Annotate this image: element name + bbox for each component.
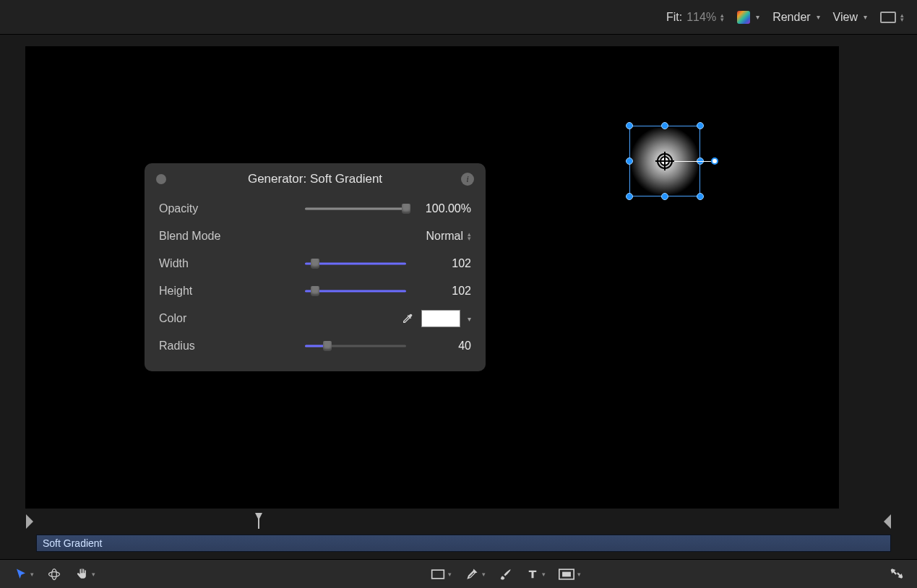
aspect-box-icon <box>880 12 896 23</box>
select-tool[interactable]: ▾ <box>14 568 34 581</box>
chevron-down-icon: ▾ <box>482 571 486 578</box>
info-icon[interactable]: i <box>461 173 474 186</box>
chevron-down-icon: ▾ <box>864 13 867 21</box>
resize-handle[interactable] <box>697 193 704 200</box>
rainbow-swatch-icon <box>737 11 750 24</box>
radius-value[interactable]: 40 <box>413 340 471 353</box>
playhead-icon[interactable] <box>255 513 262 529</box>
clip-bar[interactable]: Soft Gradient <box>36 535 891 552</box>
hand-icon <box>74 567 89 581</box>
chevron-down-icon: ▾ <box>756 13 759 21</box>
3d-orbit-icon <box>47 567 61 581</box>
mini-timeline[interactable] <box>26 514 891 533</box>
hud-lock-dot-icon[interactable] <box>156 174 166 184</box>
3d-transform-tool[interactable] <box>47 567 61 581</box>
width-row: Width 102 <box>145 250 486 277</box>
rectangle-tool[interactable]: ▾ <box>431 568 452 580</box>
mask-tool[interactable]: ▾ <box>559 568 581 580</box>
aspect-menu[interactable]: ▴▾ <box>880 12 904 23</box>
text-tool[interactable]: ▾ <box>526 568 546 581</box>
color-well[interactable] <box>421 310 460 327</box>
eyedropper-icon[interactable] <box>401 312 414 325</box>
render-label: Render <box>772 11 810 24</box>
chevron-down-icon: ▾ <box>542 571 546 578</box>
blend-mode-label: Blend Mode <box>159 230 267 243</box>
view-label: View <box>833 11 858 24</box>
height-slider[interactable] <box>305 285 406 297</box>
render-menu[interactable]: Render ▾ <box>772 11 819 24</box>
chevron-down-icon: ▾ <box>577 571 581 578</box>
height-label: Height <box>159 285 267 298</box>
height-value[interactable]: 102 <box>413 285 471 298</box>
height-row: Height 102 <box>145 277 486 305</box>
brush-icon <box>499 567 513 581</box>
chevron-down-icon: ▾ <box>30 571 34 578</box>
svg-rect-4 <box>562 571 571 576</box>
svg-point-0 <box>49 571 60 576</box>
selected-object[interactable] <box>629 126 700 196</box>
pen-nib-icon <box>465 567 479 581</box>
opacity-slider[interactable] <box>305 203 406 215</box>
resize-handle[interactable] <box>661 193 668 200</box>
resize-handle[interactable] <box>661 122 668 129</box>
resize-handle[interactable] <box>626 157 633 165</box>
zoom-control[interactable]: Fit: 114% ▴▾ <box>666 11 724 24</box>
chevron-down-icon: ▾ <box>448 571 452 578</box>
svg-rect-2 <box>431 570 444 579</box>
chevron-down-icon[interactable]: ▾ <box>468 315 471 323</box>
rectangle-mask-icon <box>559 568 574 580</box>
pan-tool[interactable]: ▾ <box>74 567 95 581</box>
color-label: Color <box>159 312 267 325</box>
resize-handle[interactable] <box>697 122 704 129</box>
resize-handle[interactable] <box>626 193 633 200</box>
tools-toolbar: ▾ ▾ ▾ ▾ ▾ ▾ <box>0 559 917 588</box>
pen-tool[interactable]: ▾ <box>465 567 486 581</box>
blend-mode-row: Blend Mode Normal ▴▾ <box>145 222 486 250</box>
width-value[interactable]: 102 <box>413 257 471 270</box>
chevron-down-icon: ▾ <box>817 13 820 21</box>
in-point-icon[interactable] <box>26 514 33 529</box>
zoom-value: 114% <box>686 11 716 24</box>
hud-panel[interactable]: Generator: Soft Gradient i Opacity 100.0… <box>145 163 486 371</box>
out-point-icon[interactable] <box>884 514 891 529</box>
width-label: Width <box>159 257 267 270</box>
fit-label: Fit: <box>666 11 682 24</box>
stepper-arrows-icon: ▴▾ <box>720 13 724 22</box>
resize-handle[interactable] <box>626 122 633 129</box>
color-row: Color ▾ <box>145 305 486 332</box>
width-slider[interactable] <box>305 258 406 269</box>
blend-mode-value: Normal <box>426 230 463 243</box>
radius-label: Radius <box>159 340 267 353</box>
opacity-value[interactable]: 100.00% <box>413 202 471 215</box>
radius-slider[interactable] <box>305 340 406 352</box>
clip-name: Soft Gradient <box>43 537 103 549</box>
hud-title: Generator: Soft Gradient <box>145 172 486 186</box>
anchor-target-icon[interactable] <box>657 153 673 169</box>
rotation-handle[interactable] <box>711 157 718 165</box>
fullscreen-icon[interactable] <box>890 566 904 581</box>
text-icon <box>526 568 539 581</box>
arrow-cursor-icon <box>14 568 27 581</box>
stepper-arrows-icon: ▴▾ <box>468 232 471 241</box>
opacity-row: Opacity 100.00% <box>145 195 486 222</box>
svg-point-1 <box>52 568 57 579</box>
viewer-toolbar: Fit: 114% ▴▾ ▾ Render ▾ View ▾ ▴▾ <box>0 0 917 35</box>
radius-row: Radius 40 <box>145 332 486 360</box>
rectangle-icon <box>431 568 445 580</box>
paint-stroke-tool[interactable] <box>499 567 513 581</box>
hud-titlebar[interactable]: Generator: Soft Gradient i <box>145 163 486 195</box>
view-menu[interactable]: View ▾ <box>833 11 867 24</box>
opacity-label: Opacity <box>159 202 267 215</box>
stepper-arrows-icon: ▴▾ <box>900 13 904 22</box>
channels-menu[interactable]: ▾ <box>737 11 759 24</box>
chevron-down-icon: ▾ <box>92 571 95 578</box>
blend-mode-dropdown[interactable]: Normal ▴▾ <box>426 230 471 243</box>
